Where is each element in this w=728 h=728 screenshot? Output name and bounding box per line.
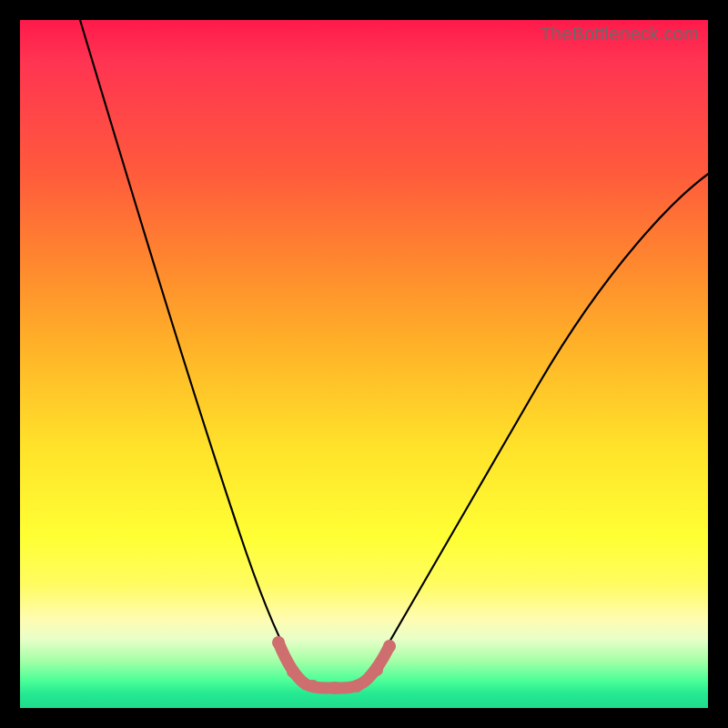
bottleneck-curve: [20, 20, 708, 708]
plot-area: TheBottleneck.com: [20, 20, 708, 708]
accent-dot: [287, 665, 299, 678]
accent-dot: [307, 680, 319, 693]
curve-main-path: [75, 2, 721, 684]
accent-dot: [329, 682, 341, 694]
chart-frame: TheBottleneck.com: [0, 0, 728, 728]
accent-dot: [370, 663, 383, 676]
accent-dot: [272, 636, 285, 649]
accent-dot: [350, 680, 363, 693]
accent-dot: [383, 640, 396, 652]
